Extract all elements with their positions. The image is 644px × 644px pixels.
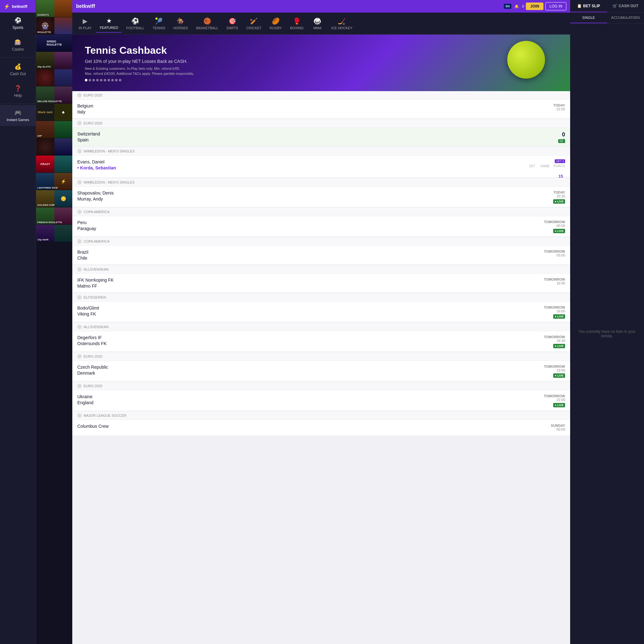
competition-header-wimbledon-1: WIMBLEDON - MEN'S SINGLES	[72, 147, 570, 156]
nav-mma[interactable]: 🥋 MMA	[308, 15, 327, 32]
game-label-10p: 10p Swift	[37, 238, 48, 241]
live-badge-cze-den: ● LIVE	[553, 372, 565, 378]
match-row-ukr-eng[interactable]: Ukraine England TOMORROW 22:00 ● LIVE	[72, 390, 570, 411]
instant-games-panel: GONZO'S 🎡 ROULETTE SPEEDROULETTE 20p SLO…	[36, 0, 72, 644]
game-thumb-speed-roulette[interactable]: SPEEDROULETTE	[36, 35, 72, 52]
nav-boxing[interactable]: 🥊 BOXING	[286, 15, 307, 32]
bet-slip-subtabs: SINGLE ACCUMULATORS	[570, 13, 644, 24]
game-thumb-roulette2[interactable]	[36, 69, 72, 86]
team1-cze-den: Czech Republic	[77, 365, 565, 370]
notifications-button[interactable]: 🔔	[513, 3, 520, 10]
team2-sui-esp: Spain	[77, 137, 565, 142]
game-thumb-20p[interactable]: 20P	[36, 121, 72, 138]
banner-dot-4	[96, 79, 99, 81]
match-row-sui-esp[interactable]: Switzerland Spain 0 1 NT	[72, 128, 570, 146]
game-thumb-roulette3[interactable]	[36, 138, 72, 156]
nav-tennis-label: TENNIS	[152, 26, 165, 30]
nav-featured[interactable]: ★ FEATURED	[96, 14, 122, 33]
match-row-per-par[interactable]: Peru Paraguay TOMORROW 00:00 ● LIVE	[72, 216, 570, 237]
sidebar-item-sports[interactable]: ⚽ Sports	[0, 13, 36, 34]
sidebar-item-casino[interactable]: 🎰 Casino	[0, 34, 36, 56]
top-navigation: ▶ IN PLAY ★ FEATURED ⚽ FOOTBALL 🎾 TENNIS…	[72, 13, 570, 35]
match-row-bod-vik[interactable]: Bodo/Glimt Viking FK TOMORROW 16:00 ● LI…	[72, 302, 570, 322]
game-thumb-10p[interactable]: 10p Swift	[36, 225, 72, 242]
language-selector[interactable]: EN	[504, 4, 511, 9]
competition-label-copa2: COPA AMERICA	[84, 239, 109, 243]
tab-single[interactable]: SINGLE	[570, 13, 607, 23]
game-thumb-french-roulette[interactable]: FRENCH ROULETTE	[36, 207, 72, 225]
competition-label-eliteserien: ELITESERIEN	[84, 295, 106, 299]
game-thumb-lightning-dice[interactable]: ⚡ LIGHTNING DICE	[36, 173, 72, 190]
sidebar-item-instant-games[interactable]: 🎮 Instant Games	[0, 105, 36, 126]
banner-dot-3	[92, 79, 95, 81]
competition-header-euro2020-1: EURO 2020	[72, 91, 570, 100]
match-row-bra-chi[interactable]: Brazil Chile TOMORROW 03:00	[72, 246, 570, 265]
match-group-wimbledon-2: WIMBLEDON - MEN'S SINGLES Shapovalov, De…	[72, 178, 570, 207]
sidebar-item-help[interactable]: ❓ Help	[0, 80, 36, 102]
competition-label-copa1: COPA AMERICA	[84, 210, 109, 214]
promo-banner[interactable]: Tennis Cashback Get 10% of your in-play …	[72, 35, 570, 91]
game-thumb-slots[interactable]: 20p SLOTS	[36, 52, 72, 69]
sidebar-instant-games-label: Instant Games	[7, 118, 29, 122]
sidebar-item-sports-label: Sports	[13, 25, 24, 30]
nav-rugby[interactable]: 🏉 RUGBY	[266, 15, 286, 32]
score-row-evans: 1 3 15	[528, 168, 565, 173]
match-meta-bod-vik: TOMORROW 16:00	[544, 305, 565, 313]
game-thumb-golden-chip[interactable]: 🪙 GOLDEN CHIP	[36, 190, 72, 207]
nav-basketball[interactable]: 🏀 BASKETBALL	[192, 15, 222, 32]
match-teams-ifk-mal: IFK Norrkoping FK Malmo FF	[77, 278, 565, 289]
competition-header-euro2020-2: EURO 2020	[72, 119, 570, 128]
match-row-deg-ost[interactable]: Degerfors IF Ostersunds FK TOMORROW 18:3…	[72, 331, 570, 352]
nav-in-play[interactable]: ▶ IN PLAY	[75, 15, 95, 32]
game-thumb-gonzos[interactable]: GONZO'S	[36, 0, 72, 17]
nav-cricket[interactable]: 🏏 CRICKET	[243, 15, 265, 32]
login-button[interactable]: LOG IN	[545, 2, 566, 10]
sidebar-item-help-label: Help	[14, 93, 22, 98]
match-group-copa1: COPA AMERICA Peru Paraguay TOMORROW 00:0…	[72, 208, 570, 237]
sidebar-item-cashout[interactable]: 💰 Cash Out	[0, 59, 36, 80]
nav-darts[interactable]: 🎯 DARTS	[223, 15, 242, 32]
game-thumb-crazy[interactable]: CRAZY	[36, 156, 72, 173]
tab-accumulators[interactable]: ACCUMULATORS	[607, 13, 644, 23]
cash-out-tab-label: CASH OUT	[619, 4, 638, 8]
nav-horses[interactable]: 🏇 HORSES	[170, 15, 192, 32]
game-label-gonzos: GONZO'S	[37, 14, 49, 16]
match-group-eliteserien: ELITESERIEN Bodo/Glimt Viking FK TOMORRO…	[72, 293, 570, 322]
main-area: betkwiff EN 🔔 0 JOIN LOG IN ▶ IN PLAY ★ …	[72, 0, 570, 644]
match-teams-sha-mur: Shapovalov, Denis Murray, Andy	[77, 190, 565, 201]
football-icon: ⚽	[131, 17, 139, 25]
banner-dot-10	[119, 79, 121, 81]
nav-football[interactable]: ⚽ FOOTBALL	[123, 15, 148, 32]
match-row-cze-den[interactable]: Czech Republic Denmark TOMORROW 19:00 ● …	[72, 361, 570, 381]
match-teams-sui-esp: Switzerland Spain	[77, 131, 565, 142]
match-row-ifk-mal[interactable]: IFK Norrkoping FK Malmo FF TOMORROW 16:0…	[72, 274, 570, 293]
team2-bod-vik: Viking FK	[77, 311, 565, 316]
team2-per-par: Paraguay	[77, 226, 565, 231]
tab-cash-out[interactable]: 🛒 CASH OUT	[607, 0, 644, 12]
instant-games-icon: 🎮	[14, 109, 21, 116]
join-button[interactable]: JOIN	[526, 3, 543, 10]
score-header: SET GAME POINTS	[528, 164, 565, 168]
game-thumb-blackjack[interactable]: Black Jack ♠	[36, 104, 72, 121]
nav-ice-hockey[interactable]: 🏒 ICE HOCKEY	[328, 15, 356, 32]
brand-logo[interactable]: ⚡ betkwiff	[0, 0, 36, 13]
match-row-evans-korda[interactable]: Evans, Daniel • Korda, Sebastian SET 3 S…	[72, 156, 570, 178]
nav-tennis[interactable]: 🎾 TENNIS	[149, 15, 169, 32]
tennis-ball	[507, 41, 545, 79]
banner-dots	[85, 79, 194, 81]
empty-message-text: You currently have no bets in your betsl…	[576, 329, 638, 338]
ice-hockey-icon: 🏒	[338, 17, 346, 25]
competition-header-copa1: COPA AMERICA	[72, 208, 570, 216]
live-badge-sha-mur: ● LIVE	[553, 198, 565, 204]
tab-bet-slip[interactable]: 📋 BET SLIP	[570, 0, 607, 12]
competition-header-allsvenskan1: ALLSVENSKAN	[72, 265, 570, 274]
main-content: Tennis Cashback Get 10% of your in-play …	[72, 35, 570, 644]
competition-label-mls: MAJOR LEAGUE SOCCER	[84, 414, 126, 417]
game-thumb-deluxe-roulette[interactable]: DELUXE ROULETTE	[36, 86, 72, 104]
match-row-columbus[interactable]: Columbus Crew SUNDAY 00:00	[72, 420, 570, 436]
nav-horses-label: HORSES	[173, 26, 188, 30]
match-row-sha-mur[interactable]: Shapovalov, Denis Murray, Andy TODAY 20:…	[72, 187, 570, 207]
match-row-bel-ita[interactable]: Belgium Italy TODAY 22:00	[72, 100, 570, 118]
boxing-icon: 🥊	[293, 17, 301, 25]
game-thumb-roulette1[interactable]: 🎡 ROULETTE	[36, 17, 72, 35]
